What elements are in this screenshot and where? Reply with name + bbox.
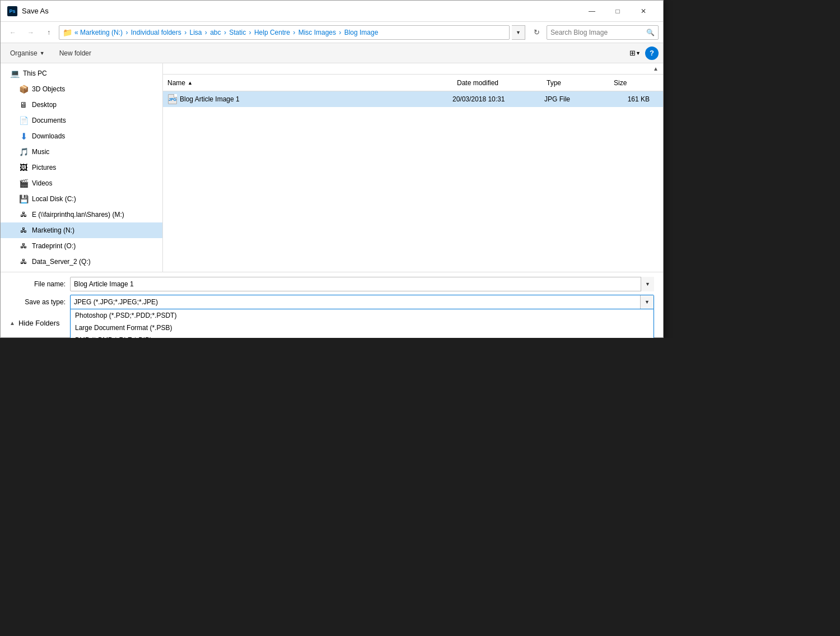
file-name-dropdown-arrow[interactable]: ▼ [641,277,654,291]
file-name-input-wrap: ▼ [70,277,654,291]
marketing-icon: 🖧 [18,225,29,235]
sidebar-label-desktop: Desktop [32,101,57,109]
breadcrumb-segment[interactable]: Help Centre [254,29,290,36]
view-icon: ⊞ [629,49,636,57]
sidebar-item-tradeprint[interactable]: 🖧 Tradeprint (O:) [1,238,162,254]
breadcrumb-segment[interactable]: abc [210,29,221,36]
column-size-header[interactable]: Size [614,79,659,87]
column-type-header[interactable]: Type [547,79,614,87]
hide-folders-row[interactable]: ▲ Hide Folders [10,317,60,329]
file-icon: JPG [167,94,178,104]
breadcrumb-dropdown-button[interactable]: ▼ [512,25,525,40]
sidebar-label-videos: Videos [32,179,52,187]
tradeprint-icon: 🖧 [18,241,29,251]
videos-icon: 🎬 [18,178,29,188]
documents-icon: 📄 [18,115,29,126]
sidebar-item-local-disk[interactable]: 💾 Local Disk (C:) [1,191,162,207]
breadcrumb-segment[interactable]: Static [229,29,246,36]
forward-button[interactable]: → [23,25,39,40]
maximize-button[interactable]: □ [605,3,631,20]
view-toggle-button[interactable]: ⊞ ▼ [627,46,643,61]
sidebar-label-tradeprint: Tradeprint (O:) [32,242,76,250]
search-input[interactable] [550,29,644,36]
sidebar-item-downloads[interactable]: ⬇ Downloads [1,128,162,144]
file-list-area: ▲ Name ▲ Date modified Type Size [163,63,663,272]
music-icon: 🎵 [18,147,29,157]
file-row[interactable]: JPG Blog Article Image 1 20/03/2018 10:3… [163,91,663,107]
pictures-icon: 🖼 [18,163,29,173]
breadcrumb-segment[interactable]: Lisa [189,29,202,36]
nav-bar: ← → ↑ 📁 « Marketing (N:) › Individual fo… [1,22,663,43]
sidebar-label-3d-objects: 3D Objects [32,85,65,93]
sidebar-label-local-disk: Local Disk (C:) [32,195,76,203]
sidebar-item-3d-objects[interactable]: 📦 3D Objects [1,81,162,97]
search-button[interactable]: 🔍 [646,29,655,36]
breadcrumb-segment[interactable]: Individual folders [131,29,181,36]
desktop-icon: 🖥 [18,100,29,110]
downloads-icon: ⬇ [18,131,29,141]
file-name-label: File name: [10,280,66,288]
column-name-header[interactable]: Name ▲ [167,79,457,87]
file-size: 161 KB [614,95,659,103]
sidebar-item-documents[interactable]: 📄 Documents [1,113,162,128]
sidebar-item-desktop[interactable]: 🖥 Desktop [1,97,162,113]
new-folder-button[interactable]: New folder [54,47,96,59]
save-type-label: Save as type: [10,298,66,306]
file-name-input[interactable] [70,277,654,291]
sort-icon: ▲ [188,80,193,86]
sidebar-label-e-drive: E (\\fairprinthq.lan\Shares) (M:) [32,211,124,219]
sort-arrow-icon: ▲ [653,66,659,72]
help-button[interactable]: ? [645,47,659,60]
local-disk-icon: 💾 [18,194,29,204]
sidebar-item-data-server[interactable]: 🖧 Data_Server_2 (Q:) [1,254,162,270]
data-server-icon: 🖧 [18,257,29,267]
dropdown-option[interactable]: Photoshop (*.PSD;*.PDD;*.PSDT) [71,309,654,322]
breadcrumb-segment[interactable]: Misc Images [298,29,336,36]
file-list-header: Name ▲ Date modified Type Size [163,75,663,91]
save-type-row: Save as type: JPEG (*.JPG;*.JPEG;*.JPE) … [10,295,654,309]
breadcrumb-segment[interactable]: Blog Image [344,29,379,36]
sidebar-label-music: Music [32,148,49,156]
dropdown-option[interactable]: BMP (*.BMP;*.RLE;*.DIB) [71,334,654,338]
toolbar: Organise ▼ New folder ⊞ ▼ ? [1,43,663,63]
sidebar-label-data-server: Data_Server_2 (Q:) [32,258,91,266]
organise-dropdown-icon: ▼ [40,50,45,56]
save-type-selected[interactable]: JPEG (*.JPG;*.JPEG;*.JPE) ▼ [70,295,654,309]
column-date-header[interactable]: Date modified [457,79,547,87]
file-name: Blog Article Image 1 [180,95,450,103]
breadcrumb-segment[interactable]: « Marketing (N:) [74,29,123,36]
file-type: JPG File [544,95,612,103]
back-button[interactable]: ← [5,25,21,40]
save-type-arrow[interactable]: ▼ [640,295,654,309]
sidebar-item-marketing[interactable]: 🖧 Marketing (N:) [1,222,162,238]
sidebar-label-marketing: Marketing (N:) [32,226,74,234]
hide-folders-label: Hide Folders [18,319,60,327]
minimize-button[interactable]: — [579,3,605,20]
dropdown-option[interactable]: Large Document Format (*.PSB) [71,322,654,334]
sidebar-label-pictures: Pictures [32,164,56,171]
sidebar-item-pictures[interactable]: 🖼 Pictures [1,160,162,175]
app-icon: Ps [7,6,17,16]
dialog-title: Save As [22,7,575,15]
sidebar-item-music[interactable]: 🎵 Music [1,144,162,160]
bottom-area: File name: ▼ Save as type: JPEG (*.JPG;*… [1,272,663,337]
title-bar: Ps Save As — □ ✕ [1,1,663,22]
e-drive-icon: 🖧 [18,210,29,220]
sidebar-item-this-pc[interactable]: 💻 This PC [1,66,162,81]
folder-icon: 📁 [63,28,72,37]
sidebar-item-videos[interactable]: 🎬 Videos [1,175,162,191]
sidebar-item-e-drive[interactable]: 🖧 E (\\fairprinthq.lan\Shares) (M:) [1,207,162,222]
content-area: 💻 This PC 📦 3D Objects 🖥 Desktop 📄 Docum… [1,63,663,272]
refresh-button[interactable]: ↻ [529,25,544,40]
search-box[interactable]: 🔍 [547,25,659,40]
sidebar: 💻 This PC 📦 3D Objects 🖥 Desktop 📄 Docum… [1,63,163,272]
this-pc-icon: 💻 [10,68,20,78]
sidebar-label-documents: Documents [32,117,66,124]
breadcrumb-bar[interactable]: 📁 « Marketing (N:) › Individual folders … [59,25,510,40]
up-button[interactable]: ↑ [41,25,57,40]
file-name-row: File name: ▼ [10,277,654,291]
save-type-dropdown[interactable]: Photoshop (*.PSD;*.PDD;*.PSDT) Large Doc… [70,309,654,338]
3d-objects-icon: 📦 [18,84,29,94]
organise-button[interactable]: Organise ▼ [5,47,50,59]
close-button[interactable]: ✕ [631,3,656,20]
